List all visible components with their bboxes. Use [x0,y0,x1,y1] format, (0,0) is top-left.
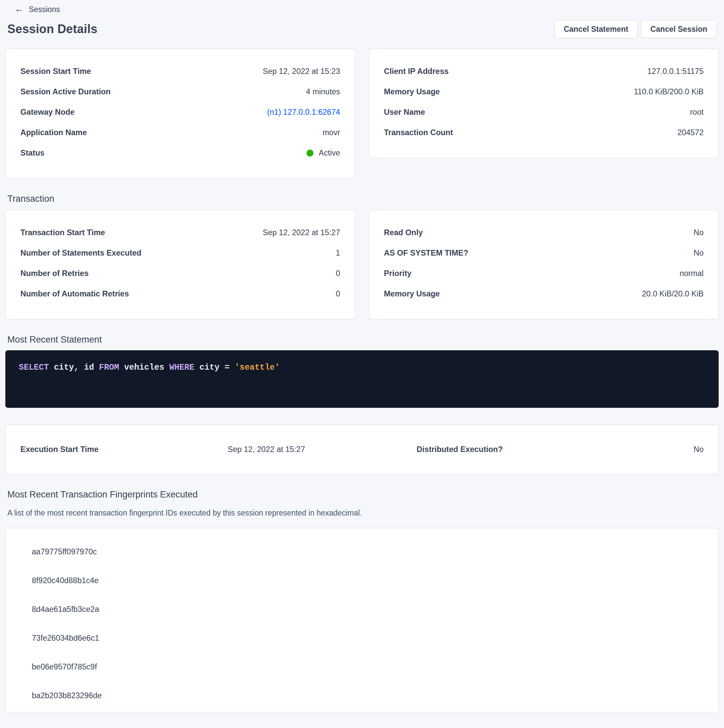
distributed-execution-label: Distributed Execution? [416,439,560,460]
row-label: User Name [384,108,425,117]
sql-text: city, id [49,362,99,372]
row-label: Application Name [20,128,87,137]
page-title: Session Details [8,22,97,36]
distributed-execution-value: No [560,439,704,460]
row-value: 204572 [678,128,704,137]
row-value: 20.0 KiB/20.0 KiB [642,289,704,298]
row-value: 127.0.0.1:51175 [647,67,704,76]
header-actions: Cancel Statement Cancel Session [554,20,716,38]
session-summary-section: Session Start Time Sep 12, 2022 at 15:23… [5,49,719,178]
gateway-node-row: Gateway Node (n1) 127.0.0.1:62674 [20,102,340,122]
execution-summary-card: Execution Start Time Sep 12, 2022 at 15:… [5,425,719,474]
row-value: 4 minutes [306,87,340,96]
transaction-details-card: Transaction Start Time Sep 12, 2022 at 1… [5,210,355,319]
fingerprints-card: aa79775ff097970c 8f920c40d88b1c4e 8d4ae6… [5,528,719,712]
sql-keyword: WHERE [169,362,194,372]
row-label: Read Only [384,228,423,237]
row-label: Transaction Count [384,128,453,137]
row-value: movr [323,128,340,137]
fingerprints-description: A list of the most recent transaction fi… [5,509,719,518]
row-value: No [693,249,704,258]
status-badge: Active [306,148,340,158]
back-to-sessions-link[interactable]: ← Sessions [14,5,60,14]
sql-text: vehicles [119,362,169,372]
transaction-start-time-row: Transaction Start Time Sep 12, 2022 at 1… [20,222,340,243]
row-label: Client IP Address [384,67,448,76]
sql-text: city = [194,362,234,372]
fingerprint-item: ba2b203b823296de [32,681,704,710]
statements-executed-row: Number of Statements Executed 1 [20,243,340,263]
row-label: Number of Retries [20,269,89,278]
row-value: No [693,228,704,237]
transaction-memory-usage-row: Memory Usage 20.0 KiB/20.0 KiB [384,284,704,304]
sql-keyword: SELECT [19,362,49,372]
fingerprint-item: be06e9570f785c9f [32,652,704,681]
client-details-card: Client IP Address 127.0.0.1:51175 Memory… [369,49,719,158]
row-value: 0 [335,269,340,278]
user-name-row: User Name root [384,102,704,122]
spacer [314,439,416,460]
row-label: Transaction Start Time [20,228,105,237]
session-details-page: ← Sessions Session Details Cancel Statem… [0,0,724,728]
row-label: Session Start Time [20,67,91,76]
sql-keyword: FROM [99,362,119,372]
page-header: Session Details Cancel Statement Cancel … [5,20,719,38]
retries-row: Number of Retries 0 [20,263,340,284]
fingerprint-item: 8d4ae61a5fb3ce2a [32,595,704,624]
as-of-system-time-row: AS OF SYSTEM TIME? No [384,243,704,263]
row-label: Memory Usage [384,289,440,298]
automatic-retries-row: Number of Automatic Retries 0 [20,284,340,304]
row-label: Number of Automatic Retries [20,289,129,298]
sql-string-literal: 'seattle' [234,362,280,372]
row-label: Memory Usage [384,87,440,96]
most-recent-statement-heading: Most Recent Statement [5,335,719,345]
transaction-count-row: Transaction Count 204572 [384,122,704,143]
fingerprint-item: aa79775ff097970c [32,537,704,566]
application-name-row: Application Name movr [20,122,340,143]
client-ip-row: Client IP Address 127.0.0.1:51175 [384,61,704,82]
session-details-card: Session Start Time Sep 12, 2022 at 15:23… [5,49,355,178]
row-value: Sep 12, 2022 at 15:27 [263,228,340,237]
gateway-node-link[interactable]: (n1) 127.0.0.1:62674 [267,108,340,117]
cancel-statement-button[interactable]: Cancel Statement [554,20,638,38]
priority-row: Priority normal [384,263,704,284]
row-label: Status [20,148,44,158]
session-start-time-row: Session Start Time Sep 12, 2022 at 15:23 [20,61,340,82]
transaction-properties-card: Read Only No AS OF SYSTEM TIME? No Prior… [369,210,719,319]
fingerprint-item: 73fe26034bd6e6c1 [32,624,704,652]
row-value: 110.0 KiB/200.0 KiB [634,87,704,96]
row-value: normal [680,269,704,278]
row-value: 1 [335,249,340,258]
execution-start-time-value: Sep 12, 2022 at 15:27 [219,439,314,460]
fingerprint-item: 8f920c40d88b1c4e [32,566,704,595]
sql-statement-box: SELECT city, id FROM vehicles WHERE city… [5,350,719,408]
session-active-duration-row: Session Active Duration 4 minutes [20,82,340,102]
row-label: Session Active Duration [20,87,110,96]
status-text: Active [319,148,340,158]
status-active-dot-icon [306,150,314,157]
read-only-row: Read Only No [384,222,704,243]
execution-start-time-label: Execution Start Time [20,439,219,460]
transaction-section-heading: Transaction [5,194,719,204]
row-value: 0 [335,289,340,298]
fingerprints-heading: Most Recent Transaction Fingerprints Exe… [5,489,719,500]
row-value: Sep 12, 2022 at 15:23 [263,67,340,76]
memory-usage-row: Memory Usage 110.0 KiB/200.0 KiB [384,82,704,102]
row-label: Gateway Node [20,108,75,117]
cancel-session-button[interactable]: Cancel Session [641,20,716,38]
row-value: root [690,108,704,117]
transaction-section: Transaction Start Time Sep 12, 2022 at 1… [5,210,719,319]
breadcrumb-label: Sessions [29,5,60,14]
row-label: Priority [384,269,412,278]
row-label: Number of Statements Executed [20,249,142,258]
status-row: Status Active [20,143,340,163]
row-label: AS OF SYSTEM TIME? [384,249,468,258]
back-arrow-icon: ← [14,5,24,14]
